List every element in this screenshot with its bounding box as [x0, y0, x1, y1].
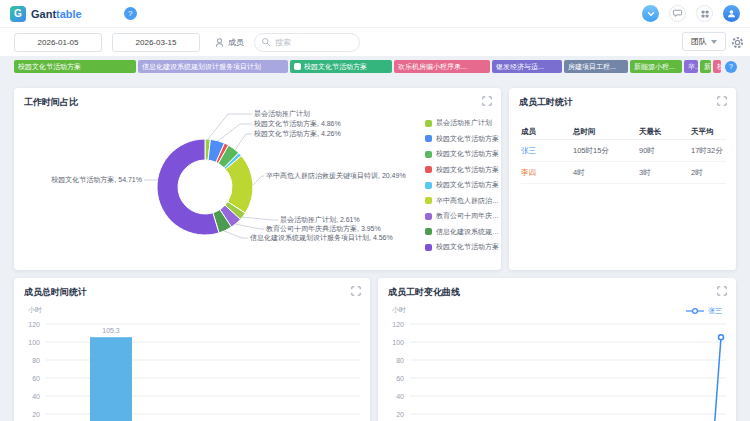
- table-row[interactable]: 张三105时15分90时17时32分: [521, 140, 726, 162]
- panel-work-time-ratio: 工作时间占比 晨会活动推广计划 校园文化节活动方案, 4.86% 校园文化节活动…: [14, 88, 501, 270]
- filter-toolbar: 2026-01-05 2026-03-15 成员 团队: [0, 28, 750, 56]
- app-root: { "app": { "logo_letter": "G", "logo_pri…: [0, 0, 750, 421]
- legend-swatch: [425, 166, 432, 173]
- slice-callout: 校园文化节活动方案, 4.26%: [254, 129, 341, 139]
- legend-label: 信息化建设系统规划设计服务项目计划: [436, 227, 501, 237]
- legend-item[interactable]: 校园文化节活动方案: [425, 242, 501, 252]
- help-icon[interactable]: ?: [124, 7, 137, 20]
- search-field[interactable]: [254, 33, 360, 52]
- project-tab[interactable]: 房建项目工程...: [564, 60, 628, 73]
- y-tick-label: 60: [32, 375, 40, 382]
- project-tab-label: 信息化建设系统规划设计服务项目计划: [142, 62, 261, 72]
- legend-item[interactable]: 卒中高危人群防治救援关键项目特训: [425, 196, 501, 206]
- y-tick-label: 120: [28, 321, 40, 328]
- tabbar-help-icon[interactable]: ?: [725, 61, 737, 73]
- column-header: 成员: [521, 127, 573, 137]
- collapse-button[interactable]: [642, 5, 659, 22]
- date-start-input[interactable]: 2026-01-05: [14, 33, 102, 52]
- bar[interactable]: [90, 337, 132, 421]
- line-series[interactable]: [714, 337, 721, 421]
- legend-swatch: [425, 197, 432, 204]
- slice-callout: 信息化建设系统规划设计服务项目计划, 4.56%: [250, 233, 393, 243]
- table-cell: 105时15分: [573, 146, 639, 156]
- search-input[interactable]: [275, 38, 347, 47]
- legend-item[interactable]: 信息化建设系统规划设计服务项目计划: [425, 227, 501, 237]
- member-filter[interactable]: 成员: [214, 37, 244, 48]
- slice-callout: 校园文化节活动方案, 4.86%: [254, 119, 341, 129]
- project-tab[interactable]: 校园文化节活动方案: [290, 60, 392, 73]
- column-header: 天最长: [639, 127, 691, 137]
- settings-button[interactable]: [731, 36, 744, 49]
- legend-swatch: [425, 244, 432, 251]
- legend-item[interactable]: 校园文化节活动方案: [425, 134, 501, 144]
- project-tab[interactable]: 新...: [700, 60, 711, 73]
- search-icon: [261, 37, 271, 47]
- member-icon: [214, 37, 225, 48]
- legend-item[interactable]: 校园文化节活动方案: [425, 149, 501, 159]
- legend-swatch: [425, 228, 432, 235]
- project-tab[interactable]: 信息化建设系统规划设计服务项目计划: [138, 60, 288, 73]
- date-end-input[interactable]: 2026-03-15: [112, 33, 200, 52]
- table-cell: 4时: [573, 168, 639, 178]
- y-tick-label: 120: [392, 321, 404, 328]
- y-tick-label: 100: [392, 339, 404, 346]
- legend-label: 校园文化节活动方案: [436, 134, 499, 144]
- legend-label: 校园文化节活动方案: [436, 242, 499, 252]
- table-cell: 2时: [691, 168, 726, 178]
- legend-label: 校园文化节活动方案: [436, 165, 499, 175]
- project-tab-bar: 校园文化节活动方案信息化建设系统规划设计服务项目计划校园文化节活动方案欢乐机房编…: [14, 60, 736, 73]
- project-tab-label: 校园文化节活动方案: [18, 62, 81, 72]
- expand-icon[interactable]: [717, 96, 727, 106]
- project-tab[interactable]: 银发经济与适...: [492, 60, 562, 73]
- legend-item[interactable]: 晨会活动推广计划: [425, 118, 501, 128]
- chevron-down-icon: [646, 9, 656, 19]
- user-avatar[interactable]: [723, 5, 740, 22]
- project-tab[interactable]: 校: [713, 60, 721, 73]
- member-curve-line-chart: 12010080604020: [378, 278, 736, 421]
- slice-callout: 校园文化节活动方案, 54.71%: [51, 175, 142, 185]
- column-header: 天平均: [691, 127, 726, 137]
- project-tab-label: 新...: [704, 62, 711, 72]
- apps-button[interactable]: [696, 5, 713, 22]
- legend-swatch: [425, 151, 432, 158]
- legend-item[interactable]: 教育公司十周年庆典活动方案: [425, 211, 501, 221]
- table-cell: 90时: [639, 146, 691, 156]
- team-select[interactable]: 团队: [682, 32, 726, 51]
- y-tick-label: 60: [396, 375, 404, 382]
- slice-callout: 卒中高危人群防治救援关键项目特训, 20.49%: [266, 171, 406, 181]
- legend-label: 校园文化节活动方案: [436, 149, 499, 159]
- table-cell: 17时32分: [691, 146, 726, 156]
- app-title-secondary: table: [56, 8, 82, 20]
- y-tick-label: 20: [32, 411, 40, 418]
- project-tab-label: 校园文化节活动方案: [304, 62, 367, 72]
- slice-callout: 晨会活动推广计划: [254, 109, 310, 119]
- legend-item[interactable]: 校园文化节活动方案: [425, 180, 501, 190]
- y-tick-label: 40: [396, 393, 404, 400]
- messages-button[interactable]: [669, 5, 686, 22]
- grid-icon: [700, 9, 710, 19]
- y-tick-label: 40: [32, 393, 40, 400]
- project-tab[interactable]: 校园文化节活动方案: [14, 60, 136, 73]
- person-icon: [726, 8, 737, 19]
- panel-member-hours: 成员工时统计 成员 总时间 天最长 天平均 张三105时15分90时17时32分…: [509, 88, 736, 270]
- panel-title: 成员工时统计: [519, 96, 573, 109]
- legend-item[interactable]: 校园文化节活动方案: [425, 165, 501, 175]
- panel-member-total-time: 成员总时间统计 小时 12010080604020105.3: [14, 278, 370, 421]
- member-total-bar-chart: 12010080604020105.3: [14, 278, 370, 421]
- table-cell: 3时: [639, 168, 691, 178]
- project-tab[interactable]: 卒...: [684, 60, 698, 73]
- header-actions: [642, 5, 740, 22]
- bar-value-label: 105.3: [102, 327, 120, 334]
- app-title-primary: Gant: [31, 8, 56, 20]
- project-tab[interactable]: 欢乐机房编小程序承...: [394, 60, 490, 73]
- app-title: Ganttable: [31, 8, 82, 20]
- y-tick-label: 80: [396, 357, 404, 364]
- legend-swatch: [425, 213, 432, 220]
- legend-swatch: [425, 182, 432, 189]
- table-row[interactable]: 李四4时3时2时: [521, 162, 726, 184]
- project-tab[interactable]: 新能源小程...: [630, 60, 682, 73]
- legend-swatch: [425, 135, 432, 142]
- line-end-point[interactable]: [719, 335, 724, 340]
- member-hours-rows: 张三105时15分90时17时32分李四4时3时2时: [521, 140, 726, 184]
- project-tab-label: 新能源小程...: [634, 62, 675, 72]
